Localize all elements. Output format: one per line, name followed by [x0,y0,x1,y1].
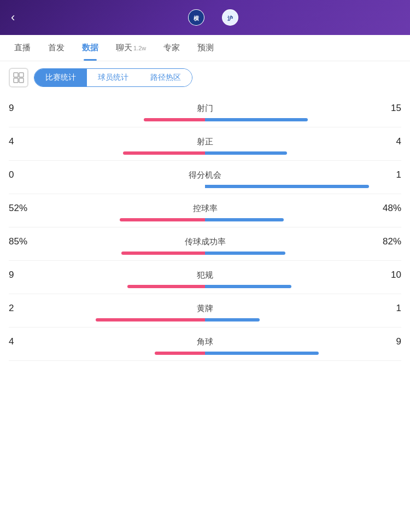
bar-right-7 [205,352,319,355]
stat-left-val-0: 9 [9,103,42,114]
stats-section: 9 射门 15 4 射正 4 [0,94,410,361]
away-team-badge: 沪 [222,9,238,26]
sub-tab-路径热区[interactable]: 路径热区 [139,69,192,86]
bar-right-6 [205,318,260,321]
stat-bar-2 [9,185,401,188]
stat-left-val-6: 2 [9,303,42,314]
bar-right-5 [205,285,291,288]
nav-tab-预测[interactable]: 预测 [189,35,222,61]
stat-label-1: 射正 [42,137,368,147]
bar-left-3 [120,218,205,221]
bar-left-5 [127,285,205,288]
sub-tabs-row: 比赛统计球员统计路径热区 [0,61,410,94]
stat-bar-1 [9,151,401,155]
match-header: ‹ 横 沪 [0,0,410,35]
stat-label-0: 射门 [42,103,368,114]
stat-right-val-7: 9 [368,336,401,347]
home-team-badge: 横 [188,9,204,26]
nav-tab-数据[interactable]: 数据 [73,35,107,61]
stat-bar-6 [9,318,401,321]
stat-header-2: 0 得分机会 1 [9,169,401,180]
stat-row-6: 2 黄牌 1 [9,294,401,328]
bar-left-4 [121,252,205,255]
stat-row-3: 52% 控球率 48% [9,194,401,227]
stat-left-val-5: 9 [9,270,42,280]
bar-left-0 [144,118,206,121]
bar-right-3 [205,218,284,221]
sub-tab-球员统计[interactable]: 球员统计 [87,69,139,86]
stat-label-7: 角球 [42,337,368,347]
match-info: 横 沪 [27,9,399,26]
bar-left-1 [123,151,205,155]
stat-row-1: 4 射正 4 [9,127,401,161]
stat-label-2: 得分机会 [42,170,368,180]
stat-right-val-5: 10 [368,270,401,280]
sub-tab-group: 比赛统计球员统计路径热区 [34,68,192,87]
stat-row-4: 85% 传球成功率 82% [9,227,401,261]
stat-header-0: 9 射门 15 [9,103,401,114]
stat-label-6: 黄牌 [42,303,368,314]
stat-right-val-4: 82% [368,236,401,247]
back-button[interactable]: ‹ [11,10,27,25]
stat-left-val-4: 85% [9,236,42,247]
nav-tab-专家[interactable]: 专家 [155,35,189,61]
stat-header-5: 9 犯规 10 [9,270,401,280]
stat-right-val-6: 1 [368,303,401,314]
stat-bar-0 [9,118,401,121]
stat-left-val-3: 52% [9,203,42,214]
nav-tab-bar: 直播首发数据聊天1.2w专家预测 [0,35,410,61]
bar-right-1 [205,151,287,155]
stat-label-4: 传球成功率 [42,237,368,247]
svg-text:沪: 沪 [227,15,233,21]
stat-bar-3 [9,218,401,221]
svg-rect-6 [14,78,18,83]
bar-left-7 [155,352,205,355]
layout-icon[interactable] [9,68,28,87]
stat-row-5: 9 犯规 10 [9,261,401,294]
stat-left-val-2: 0 [9,169,42,180]
stat-right-val-1: 4 [368,136,401,147]
stat-bar-7 [9,352,401,355]
stat-label-3: 控球率 [42,203,368,214]
svg-rect-7 [19,78,24,83]
svg-rect-5 [19,73,24,77]
stat-row-2: 0 得分机会 1 [9,161,401,194]
tab-badge: 1.2w [133,45,146,51]
stat-header-1: 4 射正 4 [9,136,401,147]
bar-right-0 [205,118,308,121]
sub-tab-比赛统计[interactable]: 比赛统计 [34,69,87,86]
stat-right-val-3: 48% [368,203,401,214]
stat-header-4: 85% 传球成功率 82% [9,236,401,247]
nav-tab-首发[interactable]: 首发 [39,35,73,61]
stat-row-0: 9 射门 15 [9,94,401,127]
nav-tab-直播[interactable]: 直播 [5,35,39,61]
stat-right-val-0: 15 [368,103,401,114]
svg-text:横: 横 [193,15,200,21]
stat-header-6: 2 黄牌 1 [9,303,401,314]
stat-header-7: 4 角球 9 [9,336,401,347]
nav-tab-聊天[interactable]: 聊天1.2w [107,35,155,61]
stat-label-5: 犯规 [42,270,368,280]
stat-left-val-7: 4 [9,336,42,347]
stat-header-3: 52% 控球率 48% [9,203,401,214]
stat-bar-5 [9,285,401,288]
bar-right-2 [205,185,369,188]
stat-bar-4 [9,252,401,255]
stat-right-val-2: 1 [368,169,401,180]
stat-left-val-1: 4 [9,136,42,147]
bar-left-6 [96,318,205,321]
svg-rect-4 [14,73,18,77]
stat-row-7: 4 角球 9 [9,328,401,361]
bar-right-4 [205,252,285,255]
